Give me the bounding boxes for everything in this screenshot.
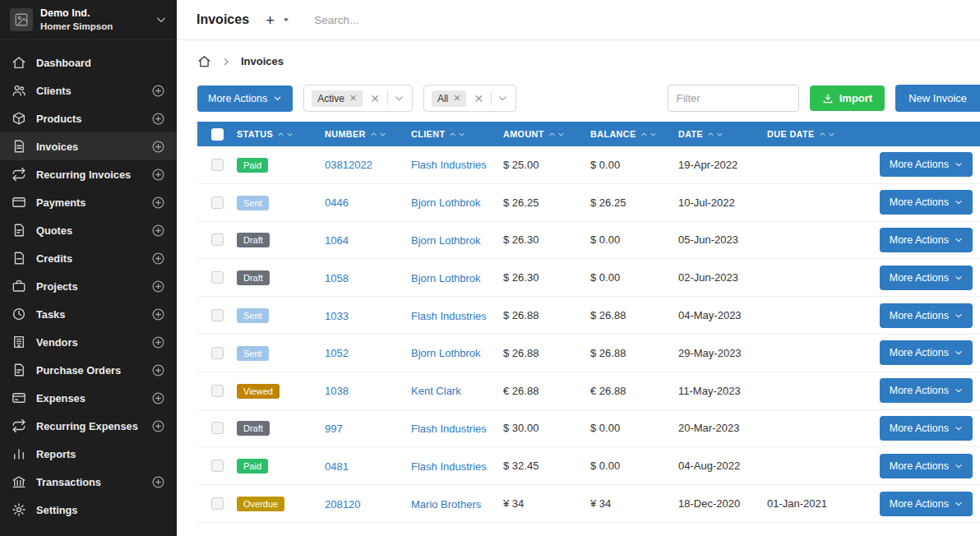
add-circle-icon[interactable] xyxy=(151,196,165,210)
row-checkbox[interactable] xyxy=(211,233,224,246)
sort-icons xyxy=(819,131,835,138)
client-link[interactable]: Flash Industries xyxy=(411,423,487,435)
client-link[interactable]: Flash Industries xyxy=(411,460,487,473)
client-link[interactable]: Bjorn Lothbrok xyxy=(411,196,481,209)
add-circle-icon[interactable] xyxy=(151,252,165,266)
add-circle-icon[interactable] xyxy=(151,140,165,154)
add-circle-icon[interactable] xyxy=(151,419,165,433)
clear-filter-icon[interactable]: ✕ xyxy=(472,93,485,104)
sidebar-item-dashboard[interactable]: Dashboard xyxy=(0,49,177,76)
row-checkbox[interactable] xyxy=(211,271,224,284)
invoice-number-link[interactable]: 0446 xyxy=(325,196,349,209)
search-input[interactable] xyxy=(314,14,577,26)
row-checkbox[interactable] xyxy=(211,309,224,321)
row-checkbox[interactable] xyxy=(211,460,224,472)
sort-icons xyxy=(449,131,465,138)
sidebar-item-invoices[interactable]: Invoices xyxy=(0,132,177,160)
row-more-actions-button[interactable]: More Actions xyxy=(880,303,973,328)
sidebar-item-transactions[interactable]: Transactions xyxy=(0,468,177,496)
client-link[interactable]: Flash Industries xyxy=(411,159,487,171)
row-more-actions-button[interactable]: More Actions xyxy=(880,492,973,516)
invoice-number-link[interactable]: 1058 xyxy=(325,272,349,284)
sidebar-item-recurring-invoices[interactable]: Recurring Invoices xyxy=(0,160,177,188)
client-link[interactable]: Bjorn Lothbrok xyxy=(411,234,481,247)
sidebar-item-clients[interactable]: Clients xyxy=(0,76,177,104)
row-more-actions-button[interactable]: More Actions xyxy=(880,228,973,252)
company-switcher[interactable]: Demo Ind. Homer Simpson xyxy=(0,0,177,40)
clock-icon xyxy=(12,307,26,321)
import-button[interactable]: Import xyxy=(810,85,885,111)
sidebar-item-reports[interactable]: Reports xyxy=(0,440,177,468)
clear-filter-icon[interactable]: ✕ xyxy=(368,93,381,104)
select-all-checkbox[interactable] xyxy=(211,128,224,141)
add-circle-icon[interactable] xyxy=(151,224,165,238)
sidebar-item-quotes[interactable]: Quotes xyxy=(0,216,177,244)
row-checkbox[interactable] xyxy=(211,159,224,171)
row-more-actions-button[interactable]: More Actions xyxy=(880,340,973,365)
sidebar-item-recurring-expenses[interactable]: Recurring Expenses xyxy=(0,412,177,440)
add-circle-icon[interactable] xyxy=(151,363,165,377)
sidebar-item-purchase-orders[interactable]: Purchase Orders xyxy=(0,356,177,384)
add-circle-icon[interactable] xyxy=(151,84,165,98)
column-header-due-date[interactable]: DUE DATE xyxy=(767,129,860,139)
row-more-actions-button[interactable]: More Actions xyxy=(880,266,973,290)
row-more-actions-button[interactable]: More Actions xyxy=(880,454,973,478)
add-circle-icon[interactable] xyxy=(151,335,165,349)
column-header-number[interactable]: NUMBER xyxy=(325,129,411,139)
invoice-number-link[interactable]: 208120 xyxy=(325,498,360,511)
home-icon[interactable] xyxy=(197,54,211,68)
invoice-number-link[interactable]: 1052 xyxy=(325,347,349,359)
column-header-balance[interactable]: BALANCE xyxy=(590,129,678,139)
sidebar-item-projects[interactable]: Projects xyxy=(0,272,177,300)
chevron-down-icon[interactable] xyxy=(497,93,508,104)
chevron-down-icon[interactable] xyxy=(394,93,404,104)
column-header-client[interactable]: CLIENT xyxy=(411,129,503,139)
sidebar-item-credits[interactable]: Credits xyxy=(0,244,177,272)
sidebar-item-expenses[interactable]: Expenses xyxy=(0,384,177,412)
add-circle-icon[interactable] xyxy=(151,391,165,405)
column-header-amount[interactable]: AMOUNT xyxy=(503,129,590,139)
column-header-status[interactable]: STATUS xyxy=(237,129,325,139)
filter-chip-all[interactable]: All ✕ xyxy=(432,90,467,107)
sidebar-item-vendors[interactable]: Vendors xyxy=(0,328,177,356)
row-checkbox[interactable] xyxy=(211,422,224,434)
invoice-number-link[interactable]: 03812022 xyxy=(325,159,372,171)
client-link[interactable]: Bjorn Lothbrok xyxy=(411,272,481,284)
sidebar-item-tasks[interactable]: Tasks xyxy=(0,300,177,328)
row-checkbox[interactable] xyxy=(211,385,224,397)
add-circle-icon[interactable] xyxy=(151,307,165,321)
filter-input[interactable] xyxy=(668,85,799,112)
invoice-number-link[interactable]: 0481 xyxy=(325,460,349,473)
row-checkbox[interactable] xyxy=(211,347,224,359)
invoice-number-link[interactable]: 1033 xyxy=(325,310,349,322)
add-circle-icon[interactable] xyxy=(151,112,165,126)
add-circle-icon[interactable] xyxy=(151,280,165,293)
row-more-actions-button[interactable]: More Actions xyxy=(880,378,973,403)
row-checkbox[interactable] xyxy=(211,497,224,510)
add-circle-icon[interactable] xyxy=(151,168,165,182)
sidebar-item-products[interactable]: Products xyxy=(0,104,177,132)
client-link[interactable]: Kent Clark xyxy=(411,385,461,397)
row-more-actions-button[interactable]: More Actions xyxy=(880,416,973,441)
client-link[interactable]: Mario Brothers xyxy=(411,498,481,511)
invoice-number-link[interactable]: 1064 xyxy=(325,234,349,247)
filter-chip-active[interactable]: Active ✕ xyxy=(312,90,363,107)
quick-add-button[interactable]: + xyxy=(262,11,278,30)
bulk-more-actions-button[interactable]: More Actions xyxy=(197,85,293,112)
sidebar-item-payments[interactable]: Payments xyxy=(0,188,177,216)
invoice-number-link[interactable]: 997 xyxy=(325,423,343,435)
row-more-actions-button[interactable]: More Actions xyxy=(880,190,973,215)
chip-remove-icon[interactable]: ✕ xyxy=(453,94,460,103)
row-more-actions-button[interactable]: More Actions xyxy=(880,152,973,177)
chip-remove-icon[interactable]: ✕ xyxy=(349,94,357,103)
row-checkbox[interactable] xyxy=(211,196,224,209)
client-link[interactable]: Flash Industries xyxy=(411,310,487,322)
add-circle-icon[interactable] xyxy=(151,475,165,489)
table-row: Draft 1058 Bjorn Lothbrok $ 26.30 $ 0.00… xyxy=(197,259,980,297)
sidebar-item-settings[interactable]: Settings xyxy=(0,496,177,524)
quick-add-caret-icon[interactable] xyxy=(280,13,293,26)
client-link[interactable]: Bjorn Lothbrok xyxy=(411,347,481,359)
new-invoice-button[interactable]: New Invoice xyxy=(895,85,980,112)
invoice-number-link[interactable]: 1038 xyxy=(325,385,349,397)
column-header-date[interactable]: DATE xyxy=(678,129,767,139)
